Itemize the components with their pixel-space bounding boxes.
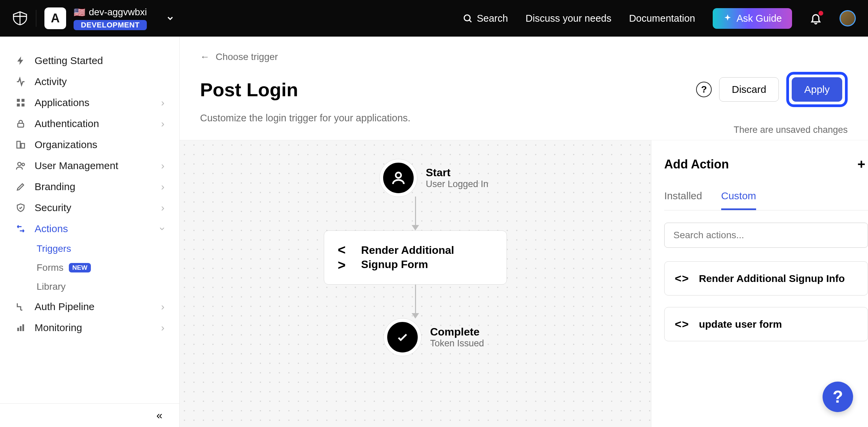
tenant-caret-icon[interactable] — [166, 14, 175, 23]
lock-icon — [15, 118, 26, 129]
sidebar-item-label: Auth Pipeline — [35, 301, 95, 312]
actions-icon — [15, 223, 26, 235]
discuss-label: Discuss your needs — [526, 13, 611, 24]
sparkle-icon — [723, 14, 732, 23]
sidebar-item-auth-pipeline[interactable]: Auth Pipeline › — [0, 296, 179, 317]
apply-button[interactable]: Apply — [792, 77, 842, 102]
collapse-sidebar-icon[interactable]: « — [156, 409, 162, 422]
search-link[interactable]: Search — [462, 13, 508, 24]
sidebar-item-activity[interactable]: Activity — [0, 71, 179, 92]
end-node-text: Complete Token Issued — [430, 326, 484, 349]
sidebar-subitem-library[interactable]: Library — [0, 277, 179, 296]
flag-icon: 🇺🇸 — [74, 7, 85, 18]
discard-button[interactable]: Discard — [719, 77, 779, 102]
user-avatar[interactable] — [840, 10, 856, 26]
pipe-icon — [15, 301, 26, 312]
code-icon: < > — [338, 242, 350, 273]
chevron-right-icon: › — [161, 202, 164, 214]
action-card-label: Render Additional Signup Form — [361, 243, 493, 271]
shield-icon — [15, 202, 26, 214]
panel-head: Add Action + — [664, 157, 868, 172]
sidebar-item-getting-started[interactable]: Getting Started — [0, 50, 179, 71]
sidebar-item-label: Monitoring — [35, 322, 82, 333]
new-badge: NEW — [69, 263, 91, 272]
panel-title: Add Action — [664, 157, 729, 171]
bolt-icon — [15, 55, 26, 66]
ask-guide-label: Ask Guide — [736, 13, 782, 24]
check-icon — [396, 330, 409, 344]
ask-guide-button[interactable]: Ask Guide — [713, 8, 792, 29]
sidebar-item-label: Authentication — [35, 118, 99, 129]
sidebar: Getting Started Activity Applications › … — [0, 37, 180, 427]
top-header: A 🇺🇸 dev-aggvwbxi DEVELOPMENT Search Dis… — [0, 0, 868, 37]
notifications-button[interactable] — [810, 12, 822, 24]
sidebar-item-label: Activity — [35, 76, 67, 87]
tab-installed[interactable]: Installed — [664, 190, 702, 210]
start-circle-icon — [380, 159, 417, 197]
brush-icon — [15, 181, 26, 192]
start-node-text: Start User Logged In — [426, 166, 489, 189]
sidebar-nav: Getting Started Activity Applications › … — [0, 37, 179, 403]
flow-canvas[interactable]: Start User Logged In < > Render Addition… — [180, 140, 651, 427]
action-list-item[interactable]: < > update user form — [664, 307, 868, 341]
flow-arrow-icon — [412, 285, 419, 319]
sidebar-subitem-label: Triggers — [37, 243, 71, 254]
sidebar-subitem-forms[interactable]: Forms NEW — [0, 258, 179, 277]
help-fab[interactable]: ? — [823, 382, 853, 412]
start-title: Start — [426, 166, 489, 179]
flow-end-node[interactable]: Complete Token Issued — [384, 319, 484, 356]
title-actions: ? Discard Apply — [696, 72, 848, 107]
panel-tabs: Installed Custom — [664, 190, 868, 210]
org-icon — [15, 139, 26, 150]
chevron-down-icon: › — [157, 227, 169, 230]
sidebar-item-security[interactable]: Security › — [0, 197, 179, 218]
end-circle-icon — [384, 319, 421, 356]
flow-start-node[interactable]: Start User Logged In — [380, 159, 489, 197]
action-item-label: Render Additional Signup Info — [699, 273, 845, 284]
apps-icon — [15, 97, 26, 108]
sidebar-footer: « — [0, 403, 179, 427]
search-actions-box[interactable] — [664, 223, 868, 248]
search-icon — [462, 13, 473, 23]
sidebar-subitem-triggers[interactable]: Triggers — [0, 239, 179, 258]
docs-label: Documentation — [629, 13, 695, 24]
docs-link[interactable]: Documentation — [629, 13, 695, 24]
search-actions-input[interactable] — [673, 230, 859, 241]
help-button[interactable]: ? — [696, 82, 712, 97]
back-link[interactable]: ← Choose trigger — [200, 52, 848, 62]
end-sub: Token Issued — [430, 338, 484, 349]
sidebar-item-branding[interactable]: Branding › — [0, 176, 179, 197]
chevron-right-icon: › — [161, 301, 164, 312]
sidebar-item-actions[interactable]: Actions › — [0, 218, 179, 239]
chevron-right-icon: › — [161, 181, 164, 192]
tenant-name: dev-aggvwbxi — [89, 7, 147, 18]
add-action-button[interactable]: + — [857, 157, 868, 172]
discuss-link[interactable]: Discuss your needs — [526, 13, 611, 24]
notification-dot-icon — [818, 11, 823, 16]
body: Getting Started Activity Applications › … — [0, 37, 868, 427]
svg-point-8 — [18, 162, 21, 166]
sidebar-item-user-management[interactable]: User Management › — [0, 155, 179, 176]
sidebar-item-label: User Management — [35, 160, 118, 171]
sidebar-item-applications[interactable]: Applications › — [0, 92, 179, 113]
svg-rect-12 — [22, 324, 24, 331]
sidebar-item-organizations[interactable]: Organizations — [0, 134, 179, 155]
title-row: Post Login ? Discard Apply — [200, 72, 848, 107]
brand-logo-icon — [12, 11, 28, 26]
sidebar-item-label: Getting Started — [35, 55, 103, 66]
header-right: Search Discuss your needs Documentation … — [462, 8, 856, 29]
sidebar-item-monitoring[interactable]: Monitoring › — [0, 317, 179, 338]
header-divider — [36, 10, 36, 27]
sidebar-subitem-label: Forms — [37, 262, 63, 273]
tab-custom[interactable]: Custom — [721, 190, 756, 210]
flow-action-card[interactable]: < > Render Additional Signup Form — [324, 230, 507, 285]
sidebar-item-authentication[interactable]: Authentication › — [0, 113, 179, 134]
chart-icon — [15, 322, 26, 333]
svg-rect-1 — [17, 99, 20, 102]
flow: Start User Logged In < > Render Addition… — [324, 159, 507, 356]
chevron-right-icon: › — [161, 118, 164, 129]
app-initial-chip[interactable]: A — [44, 7, 66, 29]
action-list: < > Render Additional Signup Info < > up… — [664, 261, 868, 341]
action-list-item[interactable]: < > Render Additional Signup Info — [664, 261, 868, 296]
users-icon — [15, 160, 26, 171]
